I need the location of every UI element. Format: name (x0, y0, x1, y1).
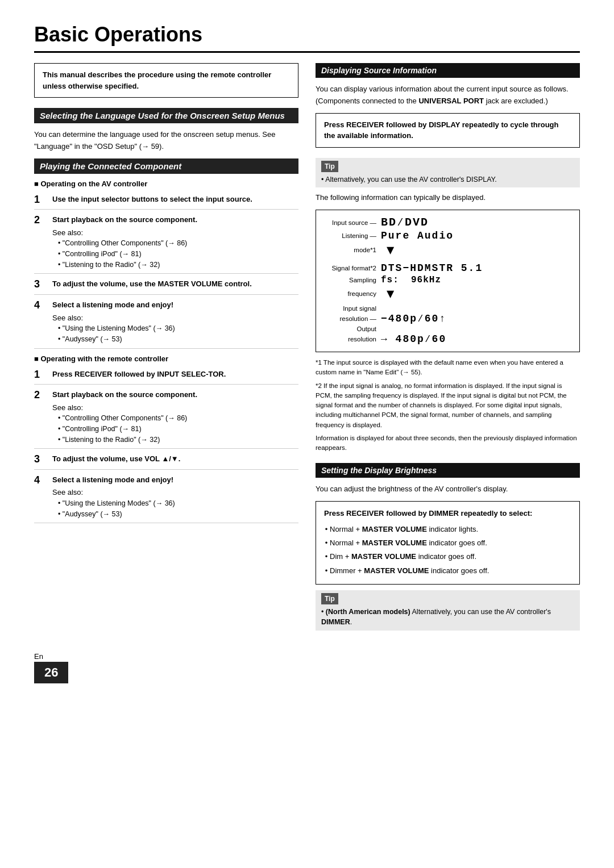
page-footer: En 26 (34, 652, 580, 683)
brightness-instruction-box: Press RECEIVER followed by DIMMER repeat… (316, 501, 580, 584)
footnote2: *2 If the input signal is analog, no for… (316, 381, 580, 430)
page-title: Basic Operations (34, 23, 580, 53)
step-item: 1 Use the input selector buttons to sele… (34, 191, 298, 210)
subsection1-steps: 1 Use the input selector buttons to sele… (34, 191, 298, 349)
display-visualization: Input source — BD∕DVD Listening — Pure A… (316, 210, 580, 352)
step-item: 4 Select a listening mode and enjoy! See… (34, 472, 298, 524)
section3-header: Displaying Source Information (316, 63, 580, 78)
step-item: 2 Start playback on the source component… (34, 212, 298, 274)
notice-text: This manual describes the procedure usin… (43, 70, 271, 90)
step-item: 2 Start playback on the source component… (34, 387, 298, 449)
step-item: 3 To adjust the volume, use VOL ▲/▼. (34, 451, 298, 470)
subsection1-title: Operating on the AV controller (34, 180, 298, 188)
footnote3: Information is displayed for about three… (316, 433, 580, 453)
display-intro: The following information can typically … (316, 192, 580, 204)
section3-body: You can display various information abou… (316, 84, 580, 107)
footnote1: *1 The input source is displayed with th… (316, 358, 580, 378)
notice-box: This manual describes the procedure usin… (34, 63, 298, 98)
step-item: 4 Select a listening mode and enjoy! See… (34, 297, 298, 349)
display-instruction-box: Press RECEIVER followed by DISPLAY repea… (316, 113, 580, 148)
section4-header: Setting the Display Brightness (316, 463, 580, 478)
step-item: 3 To adjust the volume, use the MASTER V… (34, 276, 298, 295)
page-number: 26 (34, 662, 68, 683)
tip-box-section3: Tip • Alternatively, you can use the AV … (316, 158, 580, 188)
tip-box-section4: Tip • (North American models) Alternativ… (316, 590, 580, 631)
section1-header: Selecting the Language Used for the Onsc… (34, 108, 298, 123)
subsection2-steps: 1 Press RECEIVER followed by INPUT SELEC… (34, 366, 298, 524)
section4-body: You can adjust the brightness of the AV … (316, 483, 580, 495)
section2-header: Playing the Connected Component (34, 158, 298, 174)
right-column: Displaying Source Information You can di… (316, 63, 580, 635)
left-column: This manual describes the procedure usin… (34, 63, 298, 635)
subsection2-title: Operating with the remote controller (34, 354, 298, 363)
section1-body: You can determine the language used for … (34, 129, 298, 153)
step-item: 1 Press RECEIVER followed by INPUT SELEC… (34, 366, 298, 385)
